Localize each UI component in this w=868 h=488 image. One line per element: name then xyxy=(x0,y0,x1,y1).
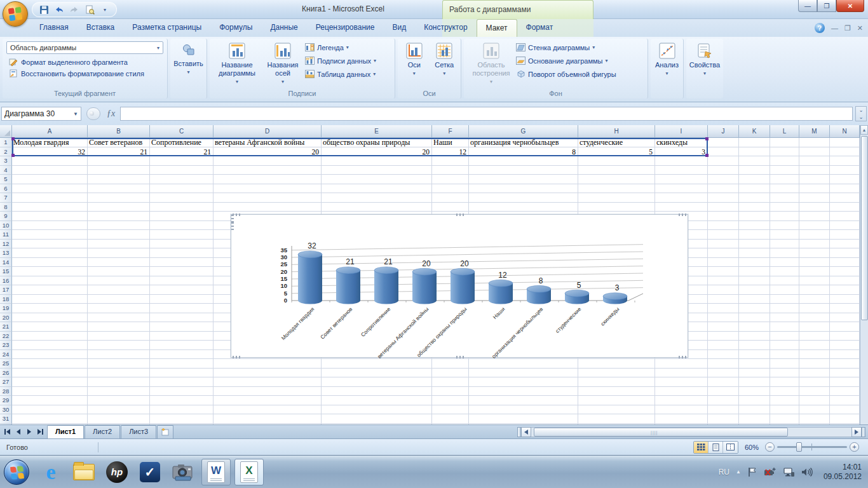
cell-N5[interactable] xyxy=(830,175,860,184)
cell-L1[interactable] xyxy=(770,138,799,147)
cell-J8[interactable] xyxy=(708,203,739,212)
cell-I28[interactable] xyxy=(655,387,708,396)
cell-A28[interactable] xyxy=(12,387,88,396)
cell-J21[interactable] xyxy=(708,322,739,332)
cell-J18[interactable] xyxy=(708,295,739,304)
cell-K19[interactable] xyxy=(739,304,770,313)
cell-M19[interactable] xyxy=(799,304,830,313)
cell-M14[interactable] xyxy=(799,258,830,268)
cell-C29[interactable] xyxy=(150,396,214,405)
cell-D3[interactable] xyxy=(214,156,322,166)
cell-C21[interactable] xyxy=(150,322,214,332)
cell-N14[interactable] xyxy=(830,258,860,268)
cell-M12[interactable] xyxy=(799,240,830,249)
cell-A12[interactable] xyxy=(12,240,88,249)
cell-L6[interactable] xyxy=(770,184,799,194)
cell-K14[interactable] xyxy=(739,258,770,268)
cell-L4[interactable] xyxy=(770,166,799,175)
ribbon-tab-Главная[interactable]: Главная xyxy=(31,19,78,37)
cell-B19[interactable] xyxy=(88,304,150,313)
row-header-7[interactable]: 7 xyxy=(0,193,12,203)
cell-D5[interactable] xyxy=(214,175,322,184)
cell-H30[interactable] xyxy=(578,405,655,415)
cell-A19[interactable] xyxy=(12,304,88,313)
cell-L2[interactable] xyxy=(770,147,799,157)
cell-K27[interactable] xyxy=(739,377,770,387)
cell-J10[interactable] xyxy=(708,221,739,231)
properties-button[interactable]: Свойства ▾ xyxy=(686,39,723,78)
cell-B9[interactable] xyxy=(88,212,150,221)
network-icon[interactable] xyxy=(783,467,794,477)
cell-A16[interactable] xyxy=(12,276,88,286)
cell-E3[interactable] xyxy=(322,156,432,166)
formula-bar-expand-button[interactable]: ⌄⌄ xyxy=(855,106,867,121)
cell-C20[interactable] xyxy=(150,313,214,323)
row-header-18[interactable]: 18 xyxy=(0,295,12,304)
cell-B23[interactable] xyxy=(88,341,150,350)
cell-M17[interactable] xyxy=(799,285,830,295)
cell-J13[interactable] xyxy=(708,248,739,258)
cell-I1[interactable]: скинхеды xyxy=(655,138,708,147)
column-header-D[interactable]: D xyxy=(214,125,322,138)
cell-C25[interactable] xyxy=(150,359,214,369)
cell-K1[interactable] xyxy=(739,138,770,147)
column-header-H[interactable]: H xyxy=(578,125,655,138)
row-header-4[interactable]: 4 xyxy=(0,166,12,175)
cell-B3[interactable] xyxy=(88,156,150,166)
cell-I5[interactable] xyxy=(655,175,708,184)
cell-C10[interactable] xyxy=(150,221,214,231)
cell-N7[interactable] xyxy=(830,193,860,203)
cell-L28[interactable] xyxy=(770,387,799,396)
cell-L30[interactable] xyxy=(770,405,799,415)
cell-J12[interactable] xyxy=(708,240,739,249)
cell-L7[interactable] xyxy=(770,193,799,203)
cell-M22[interactable] xyxy=(799,332,830,341)
cell-F5[interactable] xyxy=(432,175,469,184)
cell-J31[interactable] xyxy=(708,414,739,424)
cell-K28[interactable] xyxy=(739,387,770,396)
cell-B20[interactable] xyxy=(88,313,150,323)
cell-F1[interactable]: Наши xyxy=(432,138,469,147)
cell-K9[interactable] xyxy=(739,212,770,221)
cell-N1[interactable] xyxy=(830,138,860,147)
cell-D28[interactable] xyxy=(214,387,322,396)
doc-restore-icon[interactable]: ❐ xyxy=(844,24,851,32)
data-table-button[interactable]: Таблица данных ▾ xyxy=(304,69,377,79)
cell-D8[interactable] xyxy=(214,203,322,212)
cell-M5[interactable] xyxy=(799,175,830,184)
language-indicator[interactable]: RU xyxy=(719,468,729,477)
scrollbar-resize-handle[interactable] xyxy=(862,427,865,437)
next-sheet-button[interactable] xyxy=(24,427,34,437)
cell-C3[interactable] xyxy=(150,156,214,166)
cell-H4[interactable] xyxy=(578,166,655,175)
cell-M20[interactable] xyxy=(799,313,830,323)
cell-H3[interactable] xyxy=(578,156,655,166)
cell-A20[interactable] xyxy=(12,313,88,323)
cell-A7[interactable] xyxy=(12,193,88,203)
cell-D27[interactable] xyxy=(214,377,322,387)
cell-M21[interactable] xyxy=(799,322,830,332)
cell-C15[interactable] xyxy=(150,267,214,276)
cell-L12[interactable] xyxy=(770,240,799,249)
cell-C8[interactable] xyxy=(150,203,214,212)
cell-A3[interactable] xyxy=(12,156,88,166)
cell-L23[interactable] xyxy=(770,341,799,350)
cell-C23[interactable] xyxy=(150,341,214,350)
cell-K5[interactable] xyxy=(739,175,770,184)
column-header-K[interactable]: K xyxy=(739,125,770,138)
cell-K2[interactable] xyxy=(739,147,770,157)
cell-N15[interactable] xyxy=(830,267,860,276)
power-battery-icon[interactable] xyxy=(764,467,776,477)
cell-H28[interactable] xyxy=(578,387,655,396)
cell-M10[interactable] xyxy=(799,221,830,231)
cell-D31[interactable] xyxy=(214,414,322,424)
cell-K7[interactable] xyxy=(739,193,770,203)
cell-M13[interactable] xyxy=(799,248,830,258)
column-header-N[interactable]: N xyxy=(830,125,860,138)
cell-L25[interactable] xyxy=(770,359,799,369)
chart-floor-button[interactable]: Основание диаграммы ▾ xyxy=(515,56,618,65)
column-header-M[interactable]: M xyxy=(799,125,830,138)
cell-H1[interactable]: студенческие xyxy=(578,138,655,147)
cell-N2[interactable] xyxy=(830,147,860,157)
cell-D7[interactable] xyxy=(214,193,322,203)
